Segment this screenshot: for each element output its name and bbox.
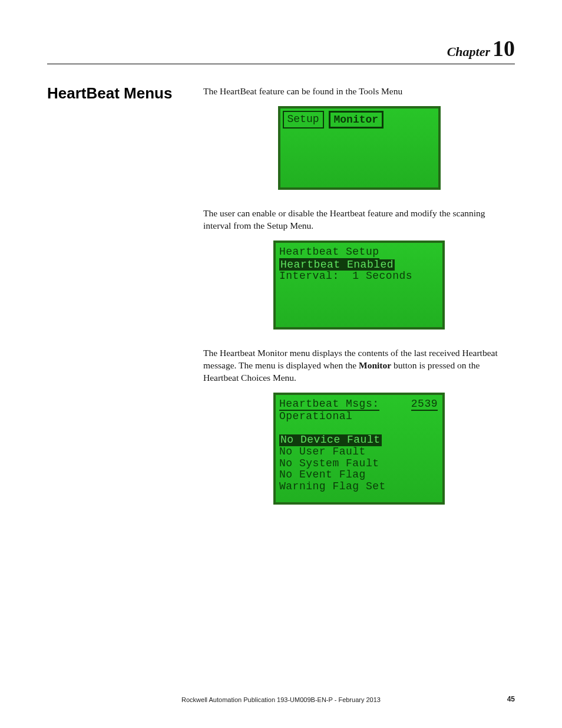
lcd-heartbeat-setup: Heartbeat Setup Heartbeat Enabled Interv… <box>273 241 445 330</box>
lcd-heartbeat-monitor: Heartbeat Msgs:2539 Operational No Devic… <box>273 393 445 505</box>
lcd-setup-enabled-row[interactable]: Heartbeat Enabled <box>279 259 395 271</box>
lcd-tools-menu: Setup Monitor <box>278 106 441 190</box>
lcd-monitor-header-label: Heartbeat Msgs: <box>279 398 379 411</box>
lcd-monitor-status: Operational <box>279 411 438 423</box>
chapter-header: Chapter10 <box>47 35 515 61</box>
paragraph-monitor: The Heartbeat Monitor menu displays the … <box>203 347 515 384</box>
paragraph-intro: The HeartBeat feature can be found in th… <box>203 85 515 98</box>
chapter-number: 10 <box>492 36 515 61</box>
section-title: HeartBeat Menus <box>47 85 203 101</box>
lcd-monitor-line-4: No Event Flag <box>279 469 438 481</box>
tab-setup[interactable]: Setup <box>283 111 324 129</box>
chapter-word: Chapter <box>447 44 490 59</box>
header-rule <box>47 64 515 64</box>
para3-bold: Monitor <box>359 360 391 370</box>
lcd-monitor-line-1[interactable]: No Device Fault <box>279 434 382 446</box>
lcd-monitor-line-3: No System Fault <box>279 458 438 470</box>
lcd-monitor-line-5: Warning Flag Set <box>279 481 438 493</box>
lcd-setup-interval-value: 1 Seconds <box>339 270 412 282</box>
footer-page-number: 45 <box>507 695 515 703</box>
lcd-setup-interval-label: Interval: <box>279 270 339 282</box>
lcd-monitor-header-count: 2539 <box>411 398 438 411</box>
lcd-setup-interval-row[interactable]: Interval: 1 Seconds <box>279 271 438 282</box>
body-column: The HeartBeat feature can be found in th… <box>203 85 515 522</box>
lcd-setup-title: Heartbeat Setup <box>279 246 379 259</box>
footer-pubinfo: Rockwell Automation Publication 193-UM00… <box>47 696 515 703</box>
paragraph-setup: The user can enable or disable the Heart… <box>203 207 515 232</box>
tab-monitor[interactable]: Monitor <box>329 111 384 129</box>
lcd-monitor-line-2: No User Fault <box>279 446 438 458</box>
page-footer: Rockwell Automation Publication 193-UM00… <box>47 696 515 703</box>
